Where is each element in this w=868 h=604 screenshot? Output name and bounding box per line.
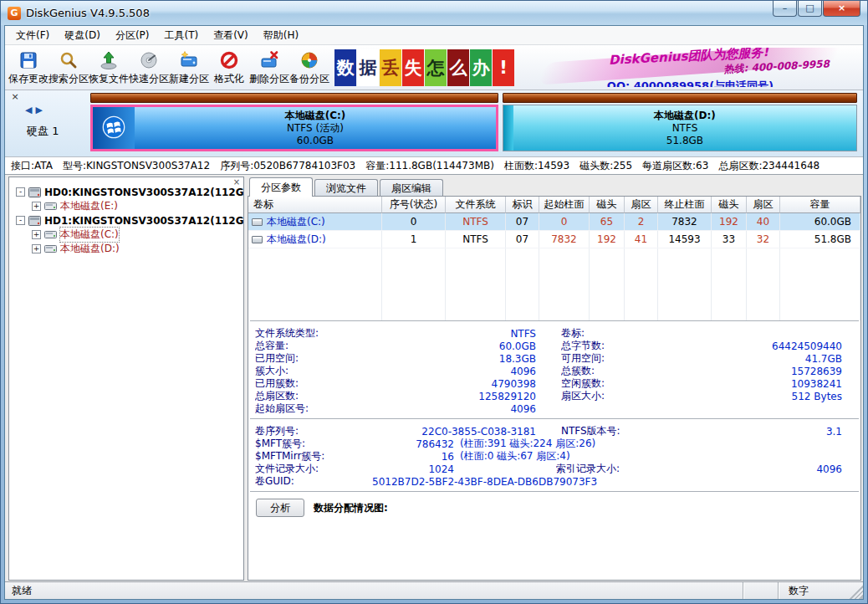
- tree-panel: × - HD0:KINGSTONSV300S37A12(112GB) + 本地磁…: [8, 177, 244, 581]
- partition-strip: [503, 105, 513, 151]
- column-header[interactable]: 标识: [506, 197, 539, 213]
- disk-info-field: 容量:111.8GB(114473MB): [365, 159, 494, 173]
- table-cell: 07: [506, 213, 539, 230]
- disk-map-nav: × ◀▶ 硬盘 1: [5, 90, 89, 156]
- minimize-button[interactable]: –: [773, 1, 797, 17]
- promo-qq: QQ: 4000089958(与电话同号): [522, 79, 858, 87]
- quick-partition-button[interactable]: 快速分区: [129, 47, 169, 88]
- detail-value: 786432: [370, 438, 454, 450]
- close-disk-map-icon[interactable]: ×: [9, 92, 21, 104]
- promo-banner[interactable]: DiskGenius团队为您服务! 热线: 400-008-9958 QQ: 4…: [521, 48, 858, 87]
- search-partition-button[interactable]: 搜索分区: [49, 47, 89, 88]
- table-cell: 2: [625, 213, 658, 230]
- next-disk-icon[interactable]: ▶: [35, 105, 45, 115]
- partition-strip: [93, 107, 135, 149]
- title-bar[interactable]: G DiskGenius V4.9.5.508 – □ ×: [1, 1, 867, 25]
- column-header[interactable]: 扇区: [747, 197, 780, 213]
- table-cell: NTFS: [446, 231, 506, 248]
- tab-browse-files[interactable]: 浏览文件: [314, 179, 378, 196]
- table-cell: 1: [382, 231, 446, 248]
- tree-node-label: 本地磁盘(E:): [60, 199, 118, 213]
- table-cell: 41: [625, 231, 658, 248]
- new-partition-icon: [178, 49, 200, 71]
- promo-text: DiskGenius团队为您服务! 热线: 400-008-9958 QQ: 4…: [521, 48, 858, 87]
- tree-node-partition-d[interactable]: + 本地磁盘(D:): [9, 242, 243, 256]
- menu-item[interactable]: 查看(V): [206, 26, 256, 45]
- hard-disk-icon: [28, 187, 41, 197]
- data-loss-ad[interactable]: 数据丢失怎么办!: [334, 47, 514, 88]
- detail-value: 64424509440: [688, 340, 854, 352]
- delete-partition-button[interactable]: 删除分区: [249, 47, 289, 88]
- detail-value: 16: [370, 451, 454, 463]
- menu-item[interactable]: 硬盘(D): [57, 26, 108, 45]
- tab-partition-parameters[interactable]: 分区参数: [249, 177, 313, 197]
- table-empty-area: [248, 248, 860, 320]
- column-header[interactable]: 磁头: [712, 197, 747, 213]
- menu-item[interactable]: 分区(P): [108, 26, 157, 45]
- tree-node-hd0[interactable]: - HD0:KINGSTONSV300S37A12(112GB): [9, 185, 243, 199]
- toolbar-button-label: 备份分区: [289, 72, 329, 86]
- disk-capacity-bar: [90, 93, 498, 103]
- tree-node-hd1[interactable]: - HD1:KINGSTONSV300S37A12(112GB): [9, 213, 243, 228]
- menu-item[interactable]: 工具(T): [156, 26, 206, 45]
- close-tree-panel-icon[interactable]: ×: [232, 177, 242, 187]
- detail-row: 簇大小:4096总簇数:15728639: [255, 365, 854, 377]
- column-header[interactable]: 终止柱面: [658, 197, 712, 213]
- partition-box-c[interactable]: 本地磁盘(C:) NTFS (活动) 60.0GB: [90, 105, 498, 151]
- ad-tile-char: 丢: [380, 49, 401, 86]
- toolbar-button-label: 搜索分区: [49, 72, 89, 86]
- format-button[interactable]: 格式化: [209, 47, 249, 88]
- column-header[interactable]: 容量: [780, 197, 860, 213]
- partition-box-d[interactable]: 本地磁盘(D:) NTFS 51.8GB: [503, 105, 857, 151]
- detail-row: 文件记录大小:1024索引记录大小:4096: [255, 463, 854, 475]
- column-header[interactable]: 卷标: [248, 197, 382, 213]
- disk-info-field: 柱面数:14593: [504, 159, 569, 173]
- expand-icon[interactable]: +: [32, 230, 41, 239]
- toolbar-button-label: 快速分区: [129, 72, 169, 86]
- expand-icon[interactable]: +: [32, 244, 41, 253]
- tree-node-partition-e[interactable]: + 本地磁盘(E:): [9, 199, 243, 213]
- ad-tile-char: 据: [357, 49, 379, 86]
- partition-row[interactable]: 本地磁盘(D:)1NTFS0778321924114593333251.8GB: [248, 231, 860, 248]
- ad-tile-char: 失: [402, 49, 424, 86]
- toolbar-button-label: 新建分区: [169, 72, 209, 86]
- backup-partition-button[interactable]: 备份分区: [289, 47, 329, 88]
- column-header[interactable]: 文件系统: [446, 197, 506, 213]
- tab-sector-editor[interactable]: 扇区编辑: [380, 179, 443, 196]
- save-icon: [18, 49, 39, 71]
- close-button[interactable]: ×: [823, 1, 860, 17]
- collapse-icon[interactable]: -: [16, 187, 25, 197]
- volume-label: 本地磁盘(C:): [267, 213, 325, 230]
- collapse-icon[interactable]: -: [16, 216, 25, 225]
- maximize-button[interactable]: □: [798, 1, 822, 17]
- table-cell: 40: [747, 213, 780, 230]
- column-header[interactable]: 磁头: [590, 197, 625, 213]
- disk-nav-arrows[interactable]: ◀▶: [25, 105, 46, 115]
- detail-row: 起始扇区号:4096: [255, 402, 854, 415]
- column-header[interactable]: 序号(状态): [382, 197, 446, 213]
- partition-block-c[interactable]: 本地磁盘(C:) NTFS (活动) 60.0GB: [90, 93, 498, 151]
- save-changes-button[interactable]: 保存更改: [8, 47, 49, 88]
- menu-item[interactable]: 帮助(H): [256, 26, 306, 45]
- table-cell: 7832: [658, 213, 712, 230]
- partition-icon: [44, 202, 57, 211]
- column-header[interactable]: 起始柱面: [539, 197, 590, 213]
- prev-disk-icon[interactable]: ◀: [25, 105, 35, 115]
- disk-info-field: 接口:ATA: [11, 159, 53, 173]
- analyze-button[interactable]: 分析: [256, 499, 304, 517]
- expand-icon[interactable]: +: [32, 202, 41, 211]
- windows-logo-icon: [102, 115, 125, 141]
- partition-block-d[interactable]: 本地磁盘(D:) NTFS 51.8GB: [503, 93, 857, 151]
- tree-node-partition-c[interactable]: + 本地磁盘(C:): [9, 228, 243, 242]
- recover-files-button[interactable]: 恢复文件: [89, 47, 129, 88]
- new-partition-button[interactable]: 新建分区: [169, 47, 209, 88]
- drive-icon: [252, 236, 263, 243]
- tree-node-label: 本地磁盘(D:): [60, 242, 120, 256]
- detail-value: 22C0-3855-C038-3181: [370, 426, 536, 438]
- column-header[interactable]: 扇区: [625, 197, 658, 213]
- resize-grip-icon[interactable]: [850, 582, 863, 599]
- window-controls: – □ ×: [772, 1, 860, 17]
- ad-tile-char: !: [493, 49, 514, 86]
- partition-row[interactable]: 本地磁盘(C:)0NTFS07065278321924060.0GB: [248, 213, 860, 231]
- menu-item[interactable]: 文件(F): [8, 26, 57, 45]
